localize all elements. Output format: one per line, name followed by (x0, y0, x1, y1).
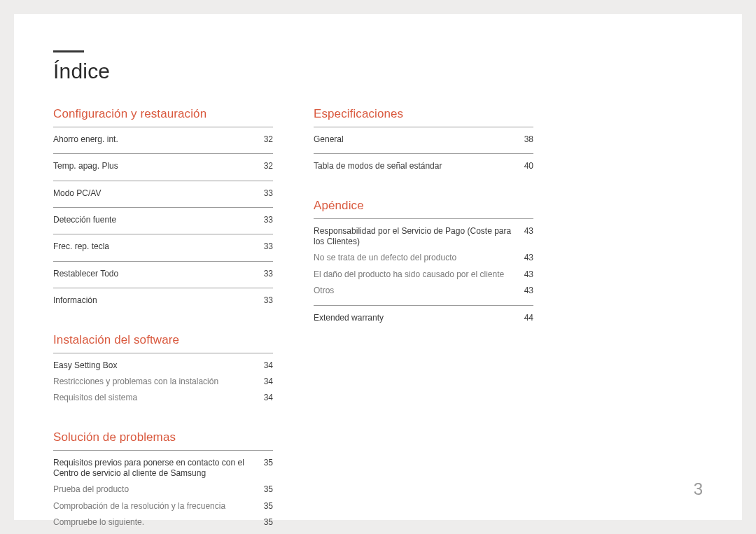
toc-row: Ahorro energ. int.32 (53, 132, 273, 148)
toc-label: General (314, 134, 524, 145)
toc-row: El daño del producto ha sido causado por… (314, 267, 533, 283)
section-title: Solución de problemas (53, 430, 273, 444)
toc-row: No se trata de un defecto del producto43 (314, 250, 533, 266)
section-appendix: Apéndice Responsabilidad por el Servicio… (314, 199, 533, 326)
toc-label: Restricciones y problemas con la instala… (53, 377, 264, 387)
toc-group: Tabla de modos de señal estándar40 (314, 153, 533, 174)
toc-row: Otros43 (314, 283, 533, 299)
toc-page: 43 (524, 286, 533, 296)
toc-page: 40 (524, 161, 533, 171)
toc-page: 35 (264, 458, 273, 468)
toc-label: Detección fuente (53, 215, 264, 225)
toc-row: Modo PC/AV33 (53, 185, 273, 202)
toc-group: Detección fuente33 (53, 207, 273, 228)
toc-row: Prueba del producto35 (53, 482, 273, 498)
toc-page: 35 (264, 517, 273, 528)
toc-col-left: Configuración y restauración Ahorro ener… (53, 107, 273, 534)
toc-label: El daño del producto ha sido causado por… (314, 269, 524, 280)
section-config: Configuración y restauración Ahorro ener… (53, 107, 273, 309)
toc-label: Otros (314, 286, 524, 296)
toc-label: Extended warranty (314, 313, 524, 323)
toc-label: Requisitos del sistema (53, 393, 264, 403)
toc-row: Comprobación de la resolución y la frecu… (53, 498, 273, 514)
toc-group: Restablecer Todo33 (53, 261, 273, 282)
toc-label: Prueba del producto (53, 484, 264, 495)
section-troubleshoot: Solución de problemas Requisitos previos… (53, 430, 273, 534)
section-title: Instalación del software (53, 333, 273, 347)
toc-page: 43 (524, 226, 533, 237)
toc-page: 34 (264, 377, 273, 387)
toc-page: 33 (264, 295, 273, 306)
toc-row: Responsabilidad por el Servicio de Pago … (314, 223, 533, 251)
toc-label: Frec. rep. tecla (53, 241, 264, 252)
toc-page: 35 (264, 501, 273, 512)
toc-page: 43 (524, 253, 533, 263)
toc-group: Responsabilidad por el Servicio de Pago … (314, 218, 533, 300)
toc-row: Detección fuente33 (53, 212, 273, 228)
toc-group: Temp. apag. Plus32 (53, 153, 273, 174)
toc-page: 35 (264, 484, 273, 495)
toc-page: 34 (264, 393, 273, 403)
toc-page: 32 (264, 161, 273, 171)
toc-label: Comprobación de la resolución y la frecu… (53, 501, 264, 512)
toc-page: 44 (524, 313, 533, 323)
toc-page: 34 (264, 360, 273, 371)
toc-row: Restricciones y problemas con la instala… (53, 374, 273, 390)
toc-col-right: Especificaciones General38 Tabla de modo… (314, 107, 533, 534)
toc-label: Responsabilidad por el Servicio de Pago … (314, 226, 524, 248)
toc-label: Requisitos previos para ponerse en conta… (53, 458, 264, 479)
toc-group: Extended warranty44 (314, 305, 533, 326)
toc-label: Modo PC/AV (53, 188, 264, 199)
toc-group: General38 (314, 127, 533, 148)
toc-row: Compruebe lo siguiente.35 (53, 514, 273, 531)
toc-group: Ahorro energ. int.32 (53, 127, 273, 148)
title-rule (53, 50, 84, 52)
toc-label: Compruebe lo siguiente. (53, 517, 264, 528)
page-title: Índice (53, 59, 703, 83)
toc-row: Requisitos del sistema34 (53, 390, 273, 406)
section-title: Especificaciones (314, 107, 533, 121)
section-title: Apéndice (314, 199, 533, 213)
toc-label: Información (53, 295, 264, 306)
toc-group: Información33 (53, 288, 273, 309)
toc-label: Ahorro energ. int. (53, 134, 264, 145)
section-software: Instalación del software Easy Setting Bo… (53, 333, 273, 407)
toc-page: 33 (264, 215, 273, 225)
toc-group: Easy Setting Box34 Restricciones y probl… (53, 353, 273, 407)
section-title: Configuración y restauración (53, 107, 273, 121)
toc-row: Requisitos previos para ponerse en conta… (53, 455, 273, 482)
toc-row: General38 (314, 132, 533, 148)
toc-page: 43 (524, 269, 533, 280)
toc-columns: Configuración y restauración Ahorro ener… (53, 107, 703, 534)
toc-row: Restablecer Todo33 (53, 266, 273, 282)
toc-group: Requisitos previos para ponerse en conta… (53, 450, 273, 531)
toc-page: 32 (264, 134, 273, 145)
toc-group: Frec. rep. tecla33 (53, 234, 273, 255)
toc-label: Restablecer Todo (53, 269, 264, 279)
toc-page: 33 (264, 188, 273, 199)
toc-page: 38 (524, 134, 533, 145)
toc-page: 33 (264, 269, 273, 279)
toc-page: 33 (264, 241, 273, 252)
toc-label: Tabla de modos de señal estándar (314, 161, 524, 171)
toc-label: No se trata de un defecto del producto (314, 253, 524, 263)
toc-row: Easy Setting Box34 (53, 358, 273, 374)
toc-row: Tabla de modos de señal estándar40 (314, 158, 533, 174)
toc-row: Frec. rep. tecla33 (53, 239, 273, 255)
toc-row: Extended warranty44 (314, 310, 533, 326)
page: Índice Configuración y restauración Ahor… (14, 14, 742, 520)
toc-label: Temp. apag. Plus (53, 161, 264, 171)
toc-row: Temp. apag. Plus32 (53, 158, 273, 174)
toc-label: Easy Setting Box (53, 360, 264, 371)
toc-group: Modo PC/AV33 (53, 181, 273, 202)
toc-row: Información33 (53, 293, 273, 309)
page-number: 3 (694, 479, 703, 499)
section-specs: Especificaciones General38 Tabla de modo… (314, 107, 533, 175)
